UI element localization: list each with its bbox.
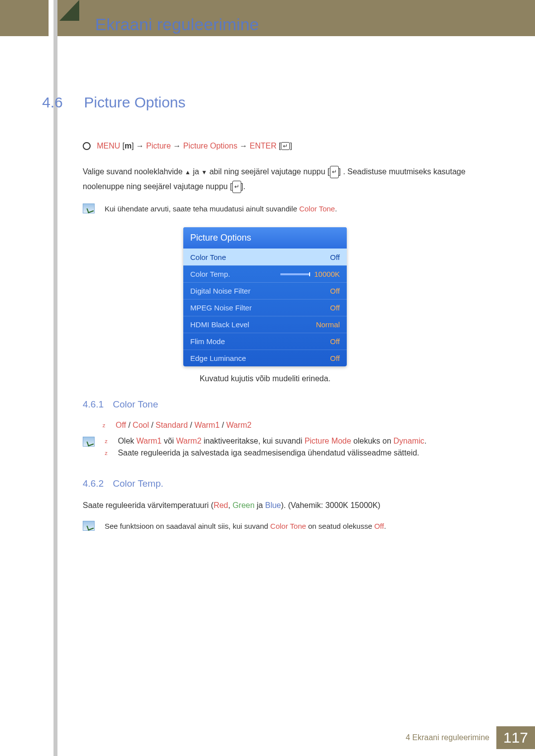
n1d: Warm2 bbox=[176, 437, 202, 445]
osd-row-film-mode[interactable]: Flim Mode Off bbox=[183, 333, 347, 350]
osd-row-color-temp[interactable]: Color Temp. 10000K bbox=[183, 265, 347, 282]
n3a: See funktsioon on saadaval ainult siis, … bbox=[105, 522, 268, 530]
arrow-1: → bbox=[136, 142, 144, 150]
note-icon bbox=[83, 437, 95, 447]
bullet-z-icon: z bbox=[105, 450, 115, 456]
subsection-color-tone: 4.6.1 Color Tone bbox=[83, 399, 488, 410]
nav-picture-options-text: Picture Options bbox=[183, 142, 237, 150]
osd-label: Edge Luminance bbox=[190, 354, 246, 362]
n3e: . bbox=[384, 522, 386, 530]
ct-blue: Blue bbox=[265, 501, 281, 509]
ct-pa: Saate reguleerida värvitemperatuuri ( bbox=[83, 501, 214, 509]
page-number: 117 bbox=[496, 726, 535, 749]
n1a: Olek bbox=[118, 437, 136, 445]
osd-value: Off bbox=[330, 287, 340, 295]
arrow-3: → bbox=[240, 142, 248, 150]
sep-1: / bbox=[126, 421, 133, 429]
n1g: olekuks on bbox=[351, 437, 393, 445]
intro-paragraph: Valige suvand nooleklahvide ja abil ning… bbox=[83, 164, 488, 195]
sep-2: / bbox=[149, 421, 156, 429]
footer-chapter-label: 4 Ekraani reguleerimine bbox=[406, 733, 489, 742]
osd-label: Digital Noise Filter bbox=[190, 287, 251, 295]
section-heading: 4.6 Picture Options bbox=[42, 94, 488, 111]
enter-icon-3: ↵ bbox=[232, 181, 241, 193]
n1c: või bbox=[161, 437, 176, 445]
n1i: . bbox=[425, 437, 427, 445]
osd-title: Picture Options bbox=[183, 227, 347, 249]
intro-text-2: ja bbox=[193, 167, 199, 176]
opt-warm1: Warm1 bbox=[194, 421, 219, 429]
page-footer: 4 Ekraani reguleerimine 117 bbox=[406, 726, 535, 749]
n1e: inaktiveeritakse, kui suvandi bbox=[202, 437, 303, 445]
osd-label: Color Tone bbox=[190, 253, 226, 261]
color-temp-paragraph: Saate reguleerida värvitemperatuuri (Red… bbox=[83, 501, 488, 510]
note-1: Kui ühendate arvuti, saate teha muudatus… bbox=[83, 203, 488, 213]
arrow-2: → bbox=[173, 142, 181, 150]
note-icon bbox=[83, 521, 95, 531]
opt-cool: Cool bbox=[133, 421, 149, 429]
slider-icon bbox=[280, 273, 310, 275]
bullet-z-icon: z bbox=[105, 438, 115, 444]
subsec-num: 4.6.1 bbox=[83, 399, 104, 409]
intro-text-1: Valige suvand nooleklahvide bbox=[83, 167, 183, 176]
section-number: 4.6 bbox=[42, 94, 82, 111]
note2-line1: z Olek Warm1 või Warm2 inaktiveeritakse,… bbox=[105, 437, 481, 446]
enter-icon: ↵ bbox=[281, 142, 290, 150]
osd-value: Normal bbox=[316, 320, 340, 329]
header-band-left bbox=[0, 0, 49, 36]
page-content: 4.6 Picture Options MENU [m] → Picture →… bbox=[42, 94, 488, 531]
osd-row-edge-luminance[interactable]: Edge Luminance Off bbox=[183, 350, 347, 366]
nav-enter-text: ENTER bbox=[250, 142, 276, 150]
osd-row-digital-noise[interactable]: Digital Noise Filter Off bbox=[183, 282, 347, 299]
note2-lines: z Olek Warm1 või Warm2 inaktiveeritakse,… bbox=[105, 437, 481, 457]
opt-off: Off bbox=[115, 421, 126, 429]
n1b: Warm1 bbox=[136, 437, 161, 445]
note1-text-c: . bbox=[335, 204, 337, 213]
ct-pb: ). (Vahemik: 3000K 15000K) bbox=[281, 501, 380, 509]
sep-4: / bbox=[219, 421, 226, 429]
note1-text-a: Kui ühendate arvuti, saate teha muudatus… bbox=[105, 204, 297, 213]
osd-row-color-tone[interactable]: Color Tone Off bbox=[183, 249, 347, 265]
down-arrow-icon bbox=[201, 167, 207, 176]
nav-enter-bracket-close: ] bbox=[290, 142, 292, 150]
subsec-title: Color Temp. bbox=[113, 478, 163, 489]
opt-standard: Standard bbox=[156, 421, 188, 429]
chapter-title: Ekraani reguleerimine bbox=[95, 15, 259, 34]
ct-red: Red bbox=[214, 501, 228, 509]
osd-panel: Picture Options Color Tone Off Color Tem… bbox=[183, 227, 347, 366]
osd-value-wrap: 10000K bbox=[280, 270, 340, 278]
osd-row-mpeg-noise[interactable]: MPEG Noise Filter Off bbox=[183, 299, 347, 316]
note-3: See funktsioon on saadaval ainult siis, … bbox=[83, 521, 488, 531]
note2-line2: z Saate reguleerida ja salvestada iga se… bbox=[105, 449, 481, 457]
menu-path: MENU [m] → Picture → Picture Options → E… bbox=[83, 142, 488, 151]
nav-picture-options: Picture Options bbox=[183, 142, 240, 150]
enter-icon-2: ↵ bbox=[330, 166, 339, 178]
sep-3: / bbox=[188, 421, 194, 429]
n1f: Picture Mode bbox=[305, 437, 351, 445]
opt-warm2: Warm2 bbox=[226, 421, 252, 429]
subsection-color-temp: 4.6.2 Color Temp. bbox=[83, 478, 488, 489]
osd-label: Color Temp. bbox=[190, 270, 230, 278]
intro-text-5: . bbox=[243, 182, 245, 191]
subsec-title: Color Tone bbox=[113, 399, 159, 409]
osd-label: HDMI Black Level bbox=[190, 320, 249, 329]
osd-row-hdmi-black[interactable]: HDMI Black Level Normal bbox=[183, 316, 347, 333]
osd-label: Flim Mode bbox=[190, 337, 225, 346]
subsec-num: 4.6.2 bbox=[83, 478, 104, 489]
osd-value: 10000K bbox=[314, 270, 340, 278]
nav-picture-text: Picture bbox=[146, 142, 171, 150]
ct-green: Green bbox=[232, 501, 254, 509]
bullet-z-icon: z bbox=[103, 422, 113, 428]
n3d: Off bbox=[374, 522, 384, 530]
n3b: Color Tone bbox=[270, 522, 306, 530]
nav-enter: ENTER bbox=[250, 142, 279, 150]
note-icon bbox=[83, 203, 95, 213]
intro-text-3: abil ning seejärel vajutage nuppu bbox=[210, 167, 325, 176]
nav-menu: MENU bbox=[97, 142, 120, 150]
osd-value: Off bbox=[330, 354, 340, 362]
n2: Saate reguleerida ja salvestada iga sead… bbox=[118, 449, 419, 457]
osd-caption: Kuvatud kujutis võib mudeliti erineda. bbox=[42, 374, 488, 383]
osd-value: Off bbox=[330, 253, 340, 261]
up-arrow-icon bbox=[185, 167, 191, 176]
ct-c2: ja bbox=[255, 501, 265, 509]
